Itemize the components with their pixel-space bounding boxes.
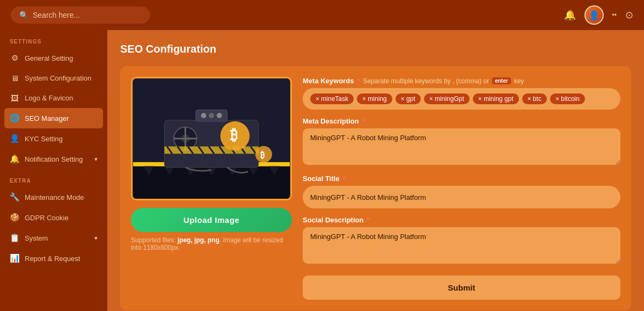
meta-description-label: Meta Description* (303, 117, 620, 125)
meta-keywords-tags-input[interactable]: × mineTask × mining × gpt × miningGpt × (303, 88, 620, 110)
notification-setting-icon: 🔔 (10, 154, 19, 164)
header-right: 🔔 👤 •• ⊙ (564, 5, 633, 25)
sidebar-item-logo-favicon[interactable]: 🖼 Logo & Favicon (0, 88, 107, 108)
image-preview: ₿ ₿ (131, 77, 292, 200)
general-setting-icon: ⚙ (10, 53, 19, 63)
meta-description-input[interactable] (303, 128, 620, 165)
sidebar-item-general-setting[interactable]: ⚙ General Setting (0, 48, 107, 68)
extra-section-label: EXTRA (0, 169, 107, 187)
seo-manager-icon: 🌐 (10, 113, 19, 123)
social-title-field: Social Title* (303, 175, 620, 208)
tag-btc[interactable]: × btc (522, 93, 547, 104)
tag-mining[interactable]: × mining (357, 93, 392, 104)
upload-image-button[interactable]: Upload Image (131, 208, 292, 232)
sidebar-item-label: Notification Setting (25, 155, 83, 163)
sidebar-item-label: KYC Setting (25, 135, 63, 143)
main-layout: SETTINGS ⚙ General Setting 🖥 System Conf… (0, 30, 644, 311)
logo-favicon-icon: 🖼 (10, 93, 19, 103)
meta-keywords-field: Meta Keywords* Separate multiple keyword… (303, 77, 620, 110)
sidebar-item-label: Report & Request (25, 255, 80, 263)
sidebar-item-system-configuration[interactable]: 🖥 System Configuration (0, 68, 107, 88)
search-bar[interactable]: 🔍 (11, 6, 150, 24)
sidebar-item-label: Logo & Favicon (25, 94, 73, 102)
upload-note: Supported files: jpeg, jpg, png. Image w… (131, 236, 292, 251)
header: 🔍 🔔 👤 •• ⊙ (0, 0, 644, 30)
submit-button[interactable]: Submit (303, 276, 620, 300)
right-panel: Meta Keywords* Separate multiple keyword… (303, 77, 620, 300)
sidebar-item-gdpr-cookie[interactable]: 🍪 GDPR Cookie (0, 207, 107, 228)
upload-note-formats: jpeg, jpg, png (178, 236, 219, 244)
report-request-icon: 📊 (10, 254, 19, 263)
sidebar-item-system[interactable]: 📋 System ▾ (0, 228, 107, 248)
sidebar-item-notification-setting[interactable]: 🔔 Notification Setting ▾ (0, 149, 107, 169)
meta-keywords-label: Meta Keywords* Separate multiple keyword… (303, 77, 620, 85)
sidebar-item-label: System Configuration (25, 74, 91, 82)
sidebar-item-kyc-setting[interactable]: 👤 KYC Setting (0, 128, 107, 149)
sidebar-item-seo-manager[interactable]: 🌐 SEO Manager (4, 108, 103, 128)
seo-card: ₿ ₿ (120, 66, 631, 310)
svg-point-31 (209, 113, 214, 118)
left-panel: ₿ ₿ (131, 77, 292, 300)
mining-visual-image: ₿ ₿ (133, 78, 290, 199)
settings-section-label: SETTINGS (0, 30, 107, 48)
sidebar-item-label: System (25, 234, 48, 242)
maintenance-mode-icon: 🔧 (10, 192, 19, 202)
search-input[interactable] (33, 11, 142, 19)
svg-point-30 (201, 113, 207, 118)
tag-bitcoin[interactable]: × bitcoin (550, 93, 585, 104)
social-title-input[interactable] (303, 186, 620, 208)
tag-minetask[interactable]: × mineTask (310, 93, 354, 104)
sidebar-item-label: SEO Manager (25, 114, 69, 122)
gdpr-cookie-icon: 🍪 (10, 213, 19, 222)
notification-icon[interactable]: 🔔 (564, 9, 576, 21)
meta-description-field: Meta Description* (303, 117, 620, 167)
sidebar-item-report-request[interactable]: 📊 Report & Request (0, 248, 107, 269)
system-configuration-icon: 🖥 (10, 74, 19, 83)
sidebar: SETTINGS ⚙ General Setting 🖥 System Conf… (0, 30, 107, 311)
tag-gpt[interactable]: × gpt (396, 93, 421, 104)
social-description-input[interactable] (303, 227, 620, 264)
sidebar-item-label: General Setting (25, 54, 73, 62)
kyc-setting-icon: 👤 (10, 134, 19, 143)
tag-mininggpt[interactable]: × miningGpt (424, 93, 470, 104)
help-icon[interactable]: ⊙ (625, 9, 633, 21)
sidebar-item-maintenance-mode[interactable]: 🔧 Maintenance Mode (0, 187, 107, 207)
social-title-label: Social Title* (303, 175, 620, 183)
sidebar-item-label: GDPR Cookie (25, 214, 69, 222)
chevron-down-icon: ▾ (94, 235, 98, 242)
tag-mining-gpt[interactable]: × mining gpt (473, 93, 519, 104)
social-description-field: Social Description* (303, 216, 620, 266)
system-icon: 📋 (10, 233, 19, 243)
upload-note-prefix: Supported files: (131, 236, 178, 244)
search-icon: 🔍 (19, 11, 28, 19)
chevron-down-icon: ▾ (94, 156, 98, 163)
settings-dot-icon[interactable]: •• (612, 11, 617, 19)
avatar[interactable]: 👤 (584, 5, 604, 25)
svg-text:₿: ₿ (230, 127, 238, 143)
content-area: SEO Configuration (107, 30, 644, 311)
svg-text:₿: ₿ (260, 150, 265, 160)
page-title: SEO Configuration (120, 43, 631, 55)
social-description-label: Social Description* (303, 216, 620, 224)
sidebar-item-label: Maintenance Mode (25, 193, 84, 201)
svg-point-32 (217, 113, 222, 118)
